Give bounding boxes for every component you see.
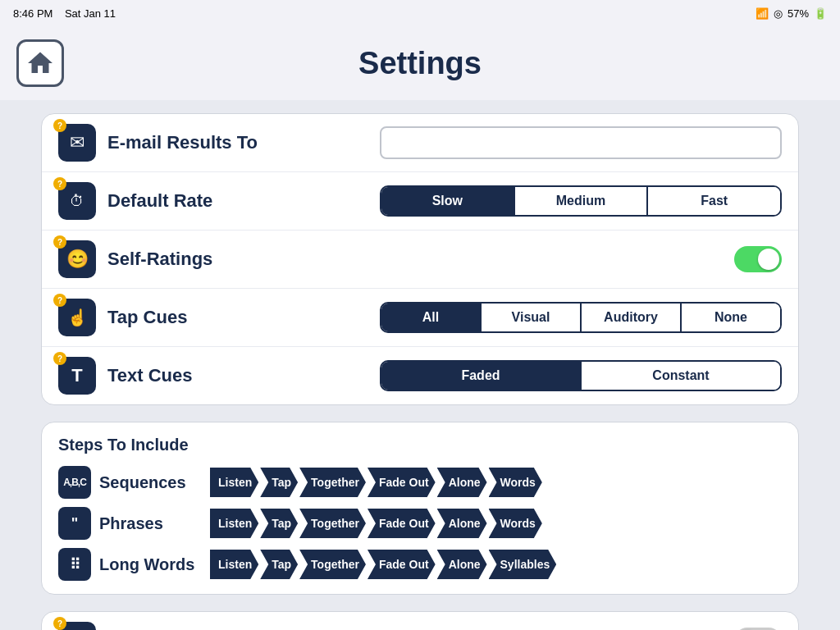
phr-listen[interactable]: Listen: [210, 509, 258, 538]
tap-auditory-btn[interactable]: Auditory: [582, 304, 682, 331]
steps-section: Steps To Include A,B,C Sequences Listen …: [41, 422, 799, 595]
email-row: ? ✉ E-mail Results To: [42, 114, 798, 172]
seq-listen[interactable]: Listen: [210, 468, 258, 497]
text-cues-row: ? T Text Cues Faded Constant: [42, 347, 798, 404]
rate-segmented: Slow Medium Fast: [380, 185, 782, 217]
tap-help-badge[interactable]: ?: [53, 294, 66, 307]
toggle-slider: [734, 246, 782, 272]
sequences-icon: A,B,C: [58, 466, 91, 499]
longwords-row: ⠿ Long Words Listen Tap Together Fade Ou…: [58, 548, 782, 581]
email-control: [288, 126, 782, 159]
seq-fadeout[interactable]: Fade Out: [368, 468, 436, 497]
textcue-help-badge[interactable]: ?: [53, 352, 66, 365]
sequences-steps: Listen Tap Together Fade Out Alone Words: [210, 468, 782, 497]
phr-fadeout[interactable]: Fade Out: [368, 509, 436, 538]
seq-alone[interactable]: Alone: [437, 468, 487, 497]
phrases-label: Phrases: [99, 514, 163, 533]
tap-icon-wrap: ? ☝: [58, 299, 96, 336]
longwords-steps: Listen Tap Together Fade Out Alone Sylla…: [210, 550, 782, 579]
battery-icon: 🔋: [814, 7, 827, 20]
status-time-date: 8:46 PM Sat Jan 11: [13, 7, 116, 20]
deactivate-links-row: ? 🔗 Deactivate Links: [42, 612, 798, 630]
tap-control: All Visual Auditory None: [288, 302, 782, 333]
settings-card: ? ✉ E-mail Results To ? ⏱ Default Rate S…: [41, 113, 799, 405]
lw-syllables[interactable]: Syllables: [489, 550, 557, 579]
seq-together[interactable]: Together: [299, 468, 366, 497]
sequences-row: A,B,C Sequences Listen Tap Together Fade…: [58, 466, 782, 499]
time: 8:46 PM: [13, 7, 52, 20]
tap-cues-label: Tap Cues: [107, 307, 288, 328]
deactivate-help-badge[interactable]: ?: [53, 617, 66, 630]
longwords-label-wrap: ⠿ Long Words: [58, 548, 210, 581]
header: Settings: [0, 26, 840, 100]
phr-words[interactable]: Words: [489, 509, 542, 538]
textcue-icon-wrap: ? T: [58, 357, 96, 395]
phr-together[interactable]: Together: [299, 509, 366, 538]
home-button[interactable]: [16, 39, 64, 87]
sequences-label-wrap: A,B,C Sequences: [58, 466, 210, 499]
email-icon-wrap: ? ✉: [58, 124, 96, 162]
tap-cues-segmented: All Visual Auditory None: [380, 302, 782, 333]
page-title: Settings: [358, 46, 482, 81]
ratings-control: [288, 246, 782, 272]
lw-fadeout[interactable]: Fade Out: [368, 550, 436, 579]
deactivate-links-card: ? 🔗 Deactivate Links: [41, 611, 799, 630]
textcue-faded-btn[interactable]: Faded: [381, 362, 582, 390]
phrases-label-wrap: " Phrases: [58, 507, 210, 540]
phrases-icon: ": [58, 507, 91, 540]
ratings-icon-wrap: ? 😊: [58, 240, 96, 278]
phr-tap[interactable]: Tap: [260, 509, 298, 538]
self-ratings-label: Self-Ratings: [107, 249, 288, 270]
email-help-badge[interactable]: ?: [53, 119, 66, 132]
status-right: 📶 ◎ 57% 🔋: [756, 7, 827, 20]
email-input[interactable]: [380, 126, 782, 159]
rate-slow-btn[interactable]: Slow: [381, 187, 515, 215]
seq-tap[interactable]: Tap: [260, 468, 298, 497]
tap-none-btn[interactable]: None: [682, 304, 780, 331]
tap-visual-btn[interactable]: Visual: [482, 304, 582, 331]
deactivate-icon-wrap: ? 🔗: [58, 622, 96, 630]
longwords-label: Long Words: [99, 555, 194, 574]
default-rate-label: Default Rate: [107, 190, 288, 212]
textcue-constant-btn[interactable]: Constant: [582, 362, 780, 390]
main-content: ? ✉ E-mail Results To ? ⏱ Default Rate S…: [0, 100, 840, 630]
wifi-icon: 📶: [756, 7, 769, 20]
battery-percent: 57%: [788, 7, 809, 20]
rate-control: Slow Medium Fast: [288, 185, 782, 217]
lw-alone[interactable]: Alone: [437, 550, 487, 579]
location-icon: ◎: [774, 7, 783, 20]
self-ratings-row: ? 😊 Self-Ratings: [42, 231, 798, 289]
lw-tap[interactable]: Tap: [260, 550, 298, 579]
steps-title: Steps To Include: [58, 436, 782, 454]
phr-alone[interactable]: Alone: [437, 509, 487, 538]
ratings-help-badge[interactable]: ?: [53, 235, 66, 249]
self-ratings-toggle[interactable]: [734, 246, 782, 272]
lw-listen[interactable]: Listen: [210, 550, 258, 579]
status-bar: 8:46 PM Sat Jan 11 📶 ◎ 57% 🔋: [0, 0, 840, 26]
default-rate-row: ? ⏱ Default Rate Slow Medium Fast: [42, 172, 798, 231]
text-cues-segmented: Faded Constant: [380, 360, 782, 391]
phrases-steps: Listen Tap Together Fade Out Alone Words: [210, 509, 782, 538]
tap-cues-row: ? ☝ Tap Cues All Visual Auditory None: [42, 289, 798, 347]
longwords-icon: ⠿: [58, 548, 91, 581]
lw-together[interactable]: Together: [299, 550, 366, 579]
date: Sat Jan 11: [65, 7, 116, 20]
phrases-row: " Phrases Listen Tap Together Fade Out A…: [58, 507, 782, 540]
tap-all-btn[interactable]: All: [381, 304, 482, 331]
seq-words[interactable]: Words: [489, 468, 542, 497]
email-label: E-mail Results To: [107, 132, 288, 153]
textcue-control: Faded Constant: [288, 360, 782, 391]
rate-fast-btn[interactable]: Fast: [648, 187, 780, 215]
rate-medium-btn[interactable]: Medium: [515, 187, 649, 215]
rate-icon-wrap: ? ⏱: [58, 182, 96, 220]
sequences-label: Sequences: [99, 473, 186, 492]
text-cues-label: Text Cues: [107, 365, 288, 386]
rate-help-badge[interactable]: ?: [53, 177, 66, 190]
